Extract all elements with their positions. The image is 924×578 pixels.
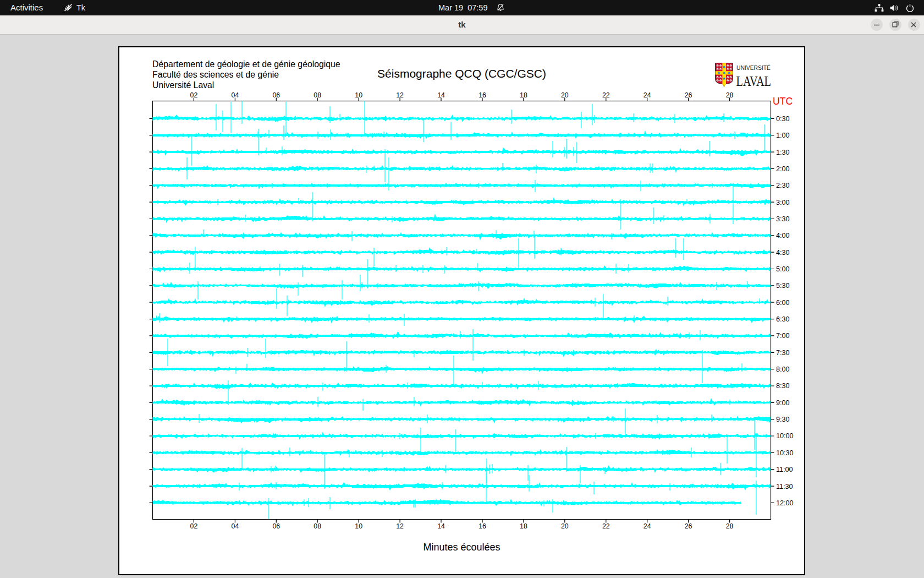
svg-text:11:00: 11:00 <box>776 466 793 473</box>
svg-text:04: 04 <box>232 522 239 530</box>
svg-text:26: 26 <box>685 522 692 530</box>
svg-text:9:30: 9:30 <box>776 416 790 423</box>
svg-text:24: 24 <box>644 91 651 99</box>
svg-text:10: 10 <box>355 91 362 99</box>
svg-text:28: 28 <box>726 522 734 530</box>
svg-text:12: 12 <box>396 91 404 99</box>
svg-text:20: 20 <box>561 91 569 99</box>
svg-text:Département de géologie et de: Département de géologie et de génie géol… <box>152 59 340 69</box>
svg-text:5:00: 5:00 <box>776 265 790 273</box>
svg-text:14: 14 <box>437 522 445 530</box>
svg-text:7:30: 7:30 <box>776 349 790 357</box>
svg-text:5:30: 5:30 <box>776 282 790 290</box>
svg-text:24: 24 <box>644 522 651 530</box>
svg-text:Séismographe QCQ (CGC/GSC): Séismographe QCQ (CGC/GSC) <box>377 67 546 80</box>
svg-text:08: 08 <box>314 91 321 99</box>
svg-text:18: 18 <box>520 91 527 99</box>
svg-text:02: 02 <box>190 91 198 99</box>
svg-text:9:00: 9:00 <box>776 399 790 407</box>
svg-text:10: 10 <box>355 522 362 530</box>
svg-text:26: 26 <box>685 91 692 99</box>
svg-text:14: 14 <box>437 91 445 99</box>
svg-text:28: 28 <box>726 91 734 99</box>
svg-text:6:30: 6:30 <box>776 315 790 323</box>
svg-text:18: 18 <box>520 522 527 530</box>
svg-text:16: 16 <box>479 522 486 530</box>
svg-text:12: 12 <box>396 522 404 530</box>
svg-text:6:00: 6:00 <box>776 299 790 307</box>
svg-text:Université Laval: Université Laval <box>152 80 214 90</box>
svg-text:UNIVERSITÉ: UNIVERSITÉ <box>736 64 771 71</box>
svg-text:3:00: 3:00 <box>776 199 790 206</box>
svg-text:10:00: 10:00 <box>776 432 794 440</box>
svg-text:2:30: 2:30 <box>776 182 790 189</box>
svg-text:LAVAL: LAVAL <box>736 74 772 89</box>
svg-text:04: 04 <box>232 91 239 99</box>
svg-text:Faculté des sciences et de gén: Faculté des sciences et de génie <box>152 70 279 79</box>
svg-text:20: 20 <box>561 522 569 530</box>
svg-text:UTC: UTC <box>773 96 793 107</box>
svg-text:4:00: 4:00 <box>776 232 790 239</box>
svg-text:1:00: 1:00 <box>776 132 790 139</box>
svg-text:12:00: 12:00 <box>776 499 794 507</box>
svg-text:11:30: 11:30 <box>776 483 793 490</box>
svg-text:8:00: 8:00 <box>776 366 790 373</box>
svg-text:8:30: 8:30 <box>776 382 790 390</box>
svg-text:02: 02 <box>190 522 198 530</box>
svg-text:22: 22 <box>602 91 610 99</box>
svg-text:4:30: 4:30 <box>776 249 790 257</box>
svg-text:7:00: 7:00 <box>776 332 790 340</box>
svg-text:0:30: 0:30 <box>776 115 790 123</box>
svg-text:3:30: 3:30 <box>776 215 790 223</box>
svg-text:1:30: 1:30 <box>776 149 790 156</box>
svg-text:22: 22 <box>602 522 610 530</box>
svg-text:Minutes écoulées: Minutes écoulées <box>423 542 500 553</box>
svg-text:10:30: 10:30 <box>776 449 794 457</box>
svg-text:2:00: 2:00 <box>776 165 790 173</box>
svg-text:08: 08 <box>314 522 321 530</box>
svg-text:06: 06 <box>272 91 280 99</box>
svg-text:16: 16 <box>479 91 486 99</box>
svg-text:06: 06 <box>272 522 280 530</box>
